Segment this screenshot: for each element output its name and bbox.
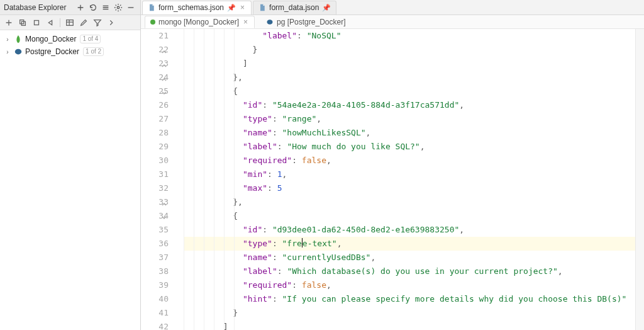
marker-strip[interactable] — [635, 29, 644, 330]
close-icon[interactable]: × — [242, 18, 249, 26]
minimize-icon[interactable] — [125, 2, 136, 13]
console-tab-label: pg [Postgre_Docker] — [277, 18, 345, 26]
code-line[interactable]: } — [184, 43, 635, 57]
code-line[interactable]: "type": "range", — [184, 112, 635, 126]
tree-label: Postgre_Docker — [25, 47, 79, 56]
fold-open-icon[interactable] — [161, 87, 167, 93]
line-number[interactable]: 42 — [141, 320, 169, 330]
line-number[interactable]: 31 — [141, 168, 169, 181]
rollback-button[interactable] — [44, 16, 57, 29]
json-file-icon — [148, 4, 155, 11]
datasource-tree[interactable]: ›Mongo_Docker1 of 4›Postgre_Docker1 of 2 — [0, 30, 140, 330]
close-icon[interactable]: × — [239, 3, 246, 12]
code-editor[interactable]: 2122232425262728293031323334353637383940… — [141, 29, 644, 330]
fold-close-icon[interactable] — [161, 198, 167, 204]
line-number[interactable]: 27 — [141, 112, 169, 126]
duplicate-button[interactable] — [16, 16, 29, 29]
edit-button[interactable] — [77, 16, 90, 29]
tab-label: form_data.json — [269, 3, 319, 12]
code-line[interactable]: "min": 1, — [184, 168, 635, 181]
code-column[interactable]: "label": "NoSQL" } ] }, { "id": "54ae4e2… — [180, 29, 635, 330]
code-line[interactable]: "id": "d93dee01-da62-450d-8ed2-e1e639883… — [184, 223, 635, 237]
line-number[interactable]: 30 — [141, 154, 169, 168]
line-number[interactable]: 40 — [141, 292, 169, 306]
code-line[interactable]: "name": "howMuchLikesSQL", — [184, 126, 635, 140]
mongo-icon — [14, 35, 23, 43]
code-line[interactable]: "required": false, — [184, 278, 635, 292]
code-line[interactable]: "label": "Which database(s) do you use i… — [184, 265, 635, 278]
pin-icon[interactable]: 📌 — [227, 4, 236, 12]
sidebar-toolbar — [0, 15, 140, 30]
postgres-icon — [266, 18, 274, 26]
code-line[interactable]: "max": 5 — [184, 181, 635, 195]
filter-button[interactable] — [91, 16, 104, 29]
code-line[interactable]: "label": "NoSQL" — [184, 29, 635, 43]
table-button[interactable] — [64, 16, 76, 29]
svg-rect-4 — [67, 20, 74, 25]
more-button[interactable] — [105, 16, 118, 29]
postgres-icon — [14, 47, 23, 56]
line-number[interactable]: 37 — [141, 251, 169, 265]
line-number[interactable]: 26 — [141, 98, 169, 112]
line-number[interactable]: 29 — [141, 140, 169, 154]
sidebar-header: Database Explorer — [0, 0, 140, 15]
console-tab-mongo[interactable]: mongo [Mongo_Docker]× — [145, 16, 255, 28]
line-number[interactable]: 23 — [141, 57, 169, 71]
line-number[interactable]: 25 — [141, 84, 169, 98]
line-number[interactable]: 35 — [141, 223, 169, 237]
tab-form_schemas-json[interactable]: form_schemas.json📌× — [142, 1, 252, 14]
new-button[interactable] — [3, 16, 15, 29]
code-line[interactable]: "name": "currentlyUsedDBs", — [184, 251, 635, 265]
code-line[interactable]: } — [184, 306, 635, 320]
code-line[interactable]: "type": "free-text", — [184, 237, 635, 251]
line-number[interactable]: 38 — [141, 265, 169, 278]
code-line[interactable]: ] — [184, 57, 635, 71]
tree-count: 1 of 2 — [83, 47, 104, 56]
line-number[interactable]: 39 — [141, 278, 169, 292]
code-line[interactable]: ] — [184, 320, 635, 330]
line-number[interactable]: 22 — [141, 43, 169, 57]
mongo-icon — [150, 20, 155, 25]
svg-point-0 — [117, 6, 119, 9]
tab-form_data-json[interactable]: form_data.json📌 — [253, 1, 336, 14]
code-line[interactable]: }, — [184, 71, 635, 84]
line-number[interactable]: 36 — [141, 237, 169, 251]
code-line[interactable]: "label": "How much do you like SQL?", — [184, 140, 635, 154]
chevron-right-icon[interactable]: › — [4, 35, 11, 43]
line-number[interactable]: 21 — [141, 29, 169, 43]
line-number[interactable]: 41 — [141, 306, 169, 320]
fold-open-icon[interactable] — [161, 212, 167, 218]
pin-icon[interactable]: 📌 — [322, 4, 331, 12]
svg-point-5 — [15, 49, 22, 55]
chevron-right-icon[interactable]: › — [4, 48, 11, 55]
console-tab-pg[interactable]: pg [Postgre_Docker] — [261, 16, 350, 28]
fold-close-icon[interactable] — [161, 45, 167, 52]
code-line[interactable]: "id": "54ae4e2a-204a-4105-884d-a3f17ca57… — [184, 98, 635, 112]
window: Database Explorer ›Mongo_Docker1 of 4›Po… — [0, 0, 644, 330]
settings-icon[interactable] — [113, 2, 124, 13]
refresh-button[interactable] — [87, 2, 99, 13]
code-line[interactable]: "hint": "If you can please specify more … — [184, 292, 635, 306]
fold-close-icon[interactable] — [161, 73, 167, 79]
line-number[interactable]: 34 — [141, 209, 169, 223]
code-line[interactable]: { — [184, 209, 635, 223]
console-tabs: mongo [Mongo_Docker]×pg [Postgre_Docker] — [141, 15, 644, 29]
line-number[interactable]: 33 — [141, 195, 169, 209]
gutter: 2122232425262728293031323334353637383940… — [141, 29, 180, 330]
stop-button[interactable] — [30, 16, 43, 29]
add-datasource-button[interactable] — [75, 2, 86, 13]
tree-label: Mongo_Docker — [25, 35, 76, 43]
code-line[interactable]: { — [184, 84, 635, 98]
sidebar-title: Database Explorer — [4, 3, 74, 12]
code-line[interactable]: "required": false, — [184, 154, 635, 168]
sidebar-item-mongo[interactable]: ›Mongo_Docker1 of 4 — [0, 33, 140, 45]
line-number[interactable]: 32 — [141, 181, 169, 195]
code-line[interactable]: }, — [184, 195, 635, 209]
sidebar-item-pg[interactable]: ›Postgre_Docker1 of 2 — [0, 45, 140, 58]
separator — [60, 18, 60, 27]
line-number[interactable]: 24 — [141, 71, 169, 84]
fold-close-icon[interactable] — [161, 59, 167, 65]
collapse-button[interactable] — [100, 2, 111, 13]
console-tab-label: mongo [Mongo_Docker] — [158, 18, 239, 26]
line-number[interactable]: 28 — [141, 126, 169, 140]
